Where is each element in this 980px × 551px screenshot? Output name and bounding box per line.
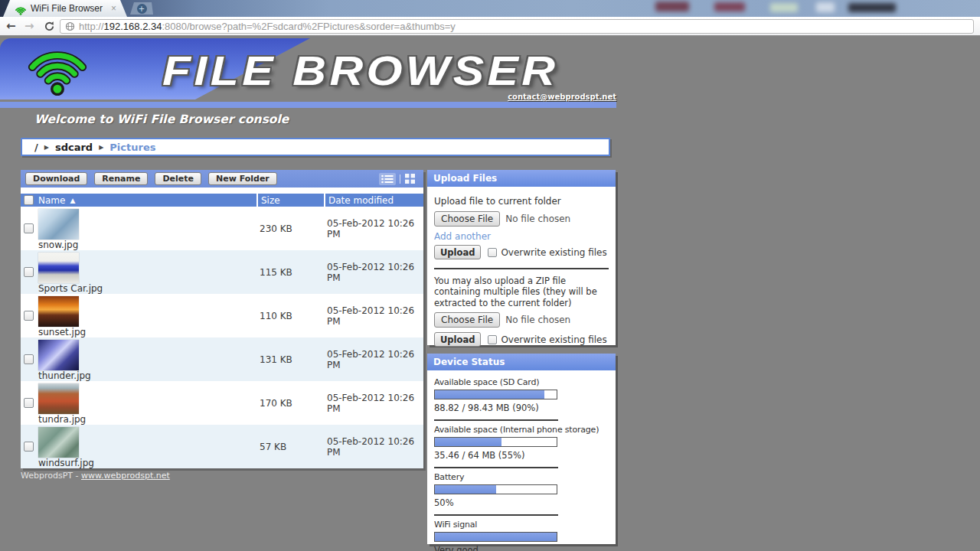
browser-toolbar: ← → http://192.168.2.34:8080/browse?path…	[0, 17, 980, 36]
file-thumbnail[interactable]	[38, 209, 79, 240]
browser-tab[interactable]: WiFi File Browser ×	[3, 0, 127, 17]
url-host: 192.168.2.34	[104, 21, 162, 32]
no-file-chosen-text: No file chosen	[505, 315, 570, 325]
file-size: 131 KB	[256, 337, 324, 381]
table-row[interactable]: thunder.jpg 131 KB 05-Feb-2012 10:26 PM	[21, 337, 423, 381]
meter-bar	[434, 532, 557, 542]
device-meter: WiFi signal Very good	[434, 520, 609, 551]
row-checkbox[interactable]	[24, 442, 34, 452]
wallpaper-blob	[770, 3, 798, 12]
choose-zip-file-button[interactable]: Choose File	[434, 312, 500, 328]
chevron-right-icon: ▶	[99, 144, 103, 151]
toolbar-button-delete[interactable]: Delete	[155, 172, 201, 185]
view-switcher	[379, 172, 419, 185]
upload-panel: Upload Files Upload file to current fold…	[427, 170, 616, 345]
file-date: 05-Feb-2012 10:26 PM	[324, 425, 423, 468]
file-name: windsurf.jpg	[38, 458, 256, 468]
file-thumbnail[interactable]	[38, 253, 79, 283]
globe-icon	[65, 21, 75, 31]
forward-button[interactable]: →	[24, 18, 34, 34]
file-thumbnail[interactable]	[38, 427, 79, 458]
plus-icon: +	[137, 4, 147, 14]
upload-button[interactable]: Upload	[434, 245, 481, 259]
wallpaper-blob	[848, 3, 896, 12]
meter-label: Available space (SD Card)	[434, 377, 609, 387]
upload-panel-title: Upload Files	[427, 170, 616, 187]
meter-bar	[434, 390, 557, 399]
overwrite-checkbox[interactable]	[488, 248, 497, 257]
url-bar[interactable]: http://192.168.2.34:8080/browse?path=%2F…	[60, 19, 974, 34]
file-table-body: snow.jpg 230 KB 05-Feb-2012 10:26 PM Spo…	[21, 207, 423, 468]
meter-value: 88.82 / 98.43 MB (90%)	[434, 403, 609, 413]
device-status-title: Device Status	[427, 354, 616, 370]
file-thumbnail[interactable]	[38, 340, 79, 370]
file-date: 05-Feb-2012 10:26 PM	[324, 207, 423, 250]
choose-file-button[interactable]: Choose File	[434, 211, 500, 227]
table-row[interactable]: tundra.jpg 170 KB 05-Feb-2012 10:26 PM	[21, 381, 423, 425]
url-path: :8080/browse?path=%2Fsdcard%2FPictures&s…	[162, 21, 455, 32]
column-header-date[interactable]: Date modified	[324, 194, 423, 207]
device-meters: Available space (SD Card) 88.82 / 98.43 …	[427, 370, 616, 551]
breadcrumb-pictures: Pictures	[109, 142, 155, 153]
row-checkbox[interactable]	[24, 267, 34, 277]
column-header-size[interactable]: Size	[256, 194, 324, 207]
contact-link[interactable]: contact@webprodspt.net	[508, 93, 616, 101]
table-row[interactable]: windsurf.jpg 57 KB 05-Feb-2012 10:26 PM	[21, 425, 423, 468]
back-button[interactable]: ←	[6, 18, 16, 34]
wallpaper-blob	[655, 2, 689, 11]
add-another-link[interactable]: Add another	[434, 231, 609, 242]
footer-text: WebprodsPT -	[21, 471, 81, 481]
web-page: FILE BROWSER contact@webprodspt.net Welc…	[0, 36, 980, 551]
meter-label: Available space (Internal phone storage)	[434, 425, 609, 435]
column-header-name[interactable]: Name▲	[37, 195, 256, 206]
grid-view-icon[interactable]	[404, 172, 416, 185]
table-header: Name▲ Size Date modified	[21, 194, 423, 207]
toolbar-button-download[interactable]: Download	[25, 172, 87, 185]
breadcrumb: / ▶ sdcard ▶ Pictures	[21, 138, 610, 156]
file-size: 110 KB	[256, 294, 324, 337]
breadcrumb-root[interactable]: /	[34, 142, 38, 153]
close-tab-icon[interactable]: ×	[111, 3, 116, 14]
row-checkbox[interactable]	[24, 223, 34, 233]
toolbar-button-rename[interactable]: Rename	[94, 172, 148, 185]
file-date: 05-Feb-2012 10:26 PM	[324, 337, 423, 381]
row-checkbox[interactable]	[24, 354, 34, 364]
table-row[interactable]: Sports Car.jpg 115 KB 05-Feb-2012 10:26 …	[21, 250, 423, 294]
toolbar-button-new-folder[interactable]: New Folder	[208, 172, 277, 185]
new-tab-button[interactable]: +	[130, 2, 153, 15]
file-size: 230 KB	[256, 207, 324, 250]
divider	[434, 419, 558, 421]
file-size: 170 KB	[256, 381, 324, 425]
breadcrumb-sdcard[interactable]: sdcard	[55, 142, 93, 153]
file-name: Sports Car.jpg	[38, 283, 256, 294]
file-name: snow.jpg	[38, 240, 256, 250]
divider	[434, 268, 609, 269]
device-meter: Battery 50%	[434, 472, 609, 516]
table-row[interactable]: snow.jpg 230 KB 05-Feb-2012 10:26 PM	[21, 207, 423, 250]
file-thumbnail[interactable]	[38, 296, 79, 327]
upload-zip-button[interactable]: Upload	[434, 332, 481, 347]
meter-fill	[435, 533, 557, 541]
logo-title: FILE BROWSER	[162, 47, 558, 94]
select-all-checkbox[interactable]	[24, 195, 34, 205]
header-divider-bar	[0, 102, 616, 108]
no-file-chosen-text: No file chosen	[505, 214, 570, 224]
tab-title: WiFi File Browser	[31, 3, 108, 14]
row-checkbox[interactable]	[24, 398, 34, 408]
page-footer: WebprodsPT - www.webprodspt.net	[21, 471, 170, 481]
reload-icon[interactable]	[44, 20, 55, 37]
file-size: 115 KB	[256, 250, 324, 294]
table-row[interactable]: sunset.jpg 110 KB 05-Feb-2012 10:26 PM	[21, 294, 423, 337]
list-view-icon[interactable]	[379, 173, 396, 185]
footer-link[interactable]: www.webprodspt.net	[81, 471, 170, 481]
upload-intro-text: Upload file to current folder	[434, 196, 609, 207]
overwrite-zip-checkbox[interactable]	[488, 335, 497, 344]
view-separator	[400, 174, 400, 184]
column-name-label: Name	[38, 195, 65, 206]
meter-value: Very good	[434, 545, 609, 551]
screen: WiFi File Browser × + ← → http://192.168…	[0, 0, 980, 551]
file-size: 57 KB	[256, 425, 324, 468]
file-date: 05-Feb-2012 10:26 PM	[324, 294, 423, 337]
file-thumbnail[interactable]	[38, 383, 79, 414]
row-checkbox[interactable]	[24, 311, 34, 321]
